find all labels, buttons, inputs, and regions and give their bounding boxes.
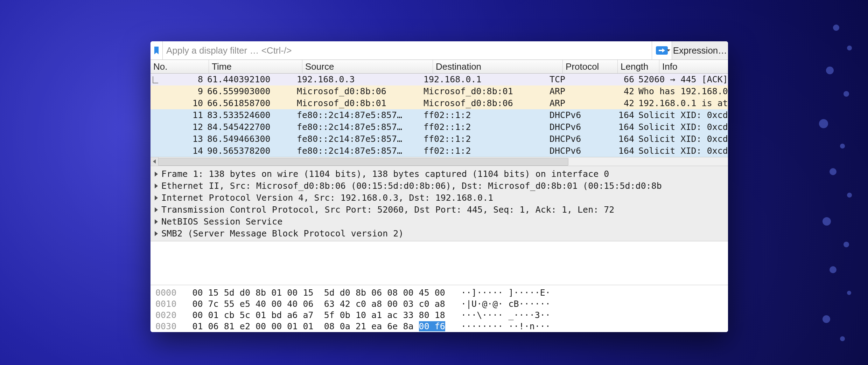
detail-tree-item[interactable]: Internet Protocol Version 4, Src: 192.16… — [150, 192, 728, 204]
hex-row[interactable]: 0030 01 06 81 e2 00 00 01 01 08 0a 21 ea… — [155, 321, 728, 332]
packet-list-header: No. Time Source Destination Protocol Len… — [150, 60, 728, 74]
cell-time: 84.545422700 — [205, 121, 295, 133]
detail-tree-item[interactable]: Ethernet II, Src: Microsof_d0:8b:06 (00:… — [150, 180, 728, 192]
hex-offset: 0010 — [155, 299, 176, 309]
cell-time: 83.533524600 — [205, 109, 295, 121]
expand-triangle-icon — [155, 219, 158, 224]
chevron-down-icon — [667, 49, 670, 51]
cell-len: 164 — [598, 121, 636, 133]
packet-row[interactable]: 966.559903000Microsof_d0:8b:06Microsof_d… — [150, 85, 728, 97]
cell-len: 66 — [598, 74, 636, 85]
detail-text: SMB2 (Server Message Block Protocol vers… — [161, 228, 404, 240]
apply-filter-button[interactable] — [652, 41, 672, 60]
cell-time: 90.565378200 — [205, 145, 295, 157]
arrow-right-icon — [656, 46, 668, 55]
details-blank-area — [150, 241, 728, 285]
cell-no: 11 — [150, 109, 205, 121]
packet-list-horizontal-scrollbar[interactable] — [150, 157, 728, 166]
expand-triangle-icon — [155, 207, 158, 212]
expression-button[interactable]: Expression… — [672, 41, 728, 60]
hex-offset: 0000 — [155, 288, 176, 298]
filter-bookmark-button[interactable] — [150, 41, 163, 60]
detail-text: Frame 1: 138 bytes on wire (1104 bits), … — [161, 168, 609, 180]
cell-len: 42 — [598, 97, 636, 109]
related-frame-mark — [153, 76, 158, 83]
column-header-destination[interactable]: Destination — [433, 60, 563, 73]
hex-row[interactable]: 0000 00 15 5d d0 8b 01 00 15 5d d0 8b 06… — [155, 287, 728, 298]
packet-row[interactable]: 1490.565378200fe80::2c14:87e5:857…ff02::… — [150, 145, 728, 157]
filter-toolbar: Expression… — [150, 41, 728, 60]
cell-info: Solicit XID: 0xcd5 — [636, 133, 728, 145]
cell-info: 52060 → 445 [ACK] — [636, 74, 728, 85]
expand-triangle-icon — [155, 195, 158, 200]
cell-no: 12 — [150, 121, 205, 133]
cell-proto: DHCPv6 — [547, 121, 598, 133]
cell-src: fe80::2c14:87e5:857… — [295, 121, 421, 133]
column-header-no[interactable]: No. — [150, 60, 209, 73]
column-header-time[interactable]: Time — [209, 60, 302, 73]
cell-proto: DHCPv6 — [547, 109, 598, 121]
column-header-source[interactable]: Source — [302, 60, 433, 73]
packet-bytes-pane[interactable]: 0000 00 15 5d d0 8b 01 00 15 5d d0 8b 06… — [150, 285, 728, 332]
cell-time: 61.440392100 — [205, 74, 295, 85]
cell-len: 164 — [598, 133, 636, 145]
expand-triangle-icon — [155, 231, 158, 236]
wireshark-window: Expression… No. Time Source Destination … — [150, 41, 728, 332]
cell-src: fe80::2c14:87e5:857… — [295, 109, 421, 121]
display-filter-input[interactable] — [163, 41, 652, 60]
cell-info: Solicit XID: 0xcd5 — [636, 109, 728, 121]
cell-src: fe80::2c14:87e5:857… — [295, 133, 421, 145]
packet-row[interactable]: 1066.561858700Microsof_d0:8b:01Microsof_… — [150, 97, 728, 109]
cell-len: 164 — [598, 109, 636, 121]
bookmark-icon — [153, 47, 160, 54]
cell-proto: DHCPv6 — [547, 145, 598, 157]
cell-time: 66.561858700 — [205, 97, 295, 109]
cell-len: 42 — [598, 85, 636, 97]
detail-text: Transmission Control Protocol, Src Port:… — [161, 204, 614, 216]
expand-triangle-icon — [155, 172, 158, 177]
packet-row[interactable]: 861.440392100192.168.0.3192.168.0.1TCP66… — [150, 74, 728, 85]
packet-row[interactable]: 1183.533524600fe80::2c14:87e5:857…ff02::… — [150, 109, 728, 121]
detail-text: Ethernet II, Src: Microsof_d0:8b:06 (00:… — [161, 180, 662, 192]
detail-tree-item[interactable]: SMB2 (Server Message Block Protocol vers… — [150, 228, 728, 240]
cell-no: 9 — [150, 85, 205, 97]
cell-dst: ff02::1:2 — [421, 145, 547, 157]
hex-row[interactable]: 0010 00 7c 55 e5 40 00 40 06 63 42 c0 a8… — [155, 298, 728, 310]
hex-row[interactable]: 0020 00 01 cb 5c 01 bd a6 a7 5f 0b 10 a1… — [155, 310, 728, 321]
scroll-left-button[interactable] — [150, 157, 159, 166]
cell-info: Solicit XID: 0xcd5 — [636, 121, 728, 133]
hex-selected-bytes: 00 f6 — [419, 321, 445, 331]
cell-no: 13 — [150, 133, 205, 145]
cell-proto: ARP — [547, 85, 598, 97]
detail-text: Internet Protocol Version 4, Src: 192.16… — [161, 192, 493, 204]
cell-dst: ff02::1:2 — [421, 121, 547, 133]
cell-proto: TCP — [547, 74, 598, 85]
expand-triangle-icon — [155, 184, 158, 188]
packet-row[interactable]: 1284.545422700fe80::2c14:87e5:857…ff02::… — [150, 121, 728, 133]
cell-src: 192.168.0.3 — [295, 74, 421, 85]
scroll-thumb[interactable] — [158, 158, 568, 166]
column-header-protocol[interactable]: Protocol — [563, 60, 618, 73]
cell-info: Solicit XID: 0xcd5 — [636, 145, 728, 157]
packet-list[interactable]: 861.440392100192.168.0.3192.168.0.1TCP66… — [150, 74, 728, 157]
detail-tree-item[interactable]: Frame 1: 138 bytes on wire (1104 bits), … — [150, 168, 728, 180]
detail-text: NetBIOS Session Service — [161, 216, 282, 228]
detail-tree-item[interactable]: NetBIOS Session Service — [150, 216, 728, 228]
cell-src: Microsof_d0:8b:06 — [295, 85, 421, 97]
cell-dst: 192.168.0.1 — [421, 74, 547, 85]
cell-proto: ARP — [547, 97, 598, 109]
cell-dst: Microsof_d0:8b:06 — [421, 97, 547, 109]
cell-proto: DHCPv6 — [547, 133, 598, 145]
cell-dst: Microsof_d0:8b:01 — [421, 85, 547, 97]
cell-no: 8 — [150, 74, 205, 85]
detail-tree-item[interactable]: Transmission Control Protocol, Src Port:… — [150, 204, 728, 216]
column-header-info[interactable]: Info — [659, 60, 728, 73]
hex-offset: 0030 — [155, 321, 176, 331]
cell-no: 10 — [150, 97, 205, 109]
cell-src: fe80::2c14:87e5:857… — [295, 145, 421, 157]
packet-details-pane[interactable]: Frame 1: 138 bytes on wire (1104 bits), … — [150, 166, 728, 241]
cell-dst: ff02::1:2 — [421, 109, 547, 121]
cell-info: Who has 192.168.0. — [636, 85, 728, 97]
column-header-length[interactable]: Length — [618, 60, 659, 73]
packet-row[interactable]: 1386.549466300fe80::2c14:87e5:857…ff02::… — [150, 133, 728, 145]
